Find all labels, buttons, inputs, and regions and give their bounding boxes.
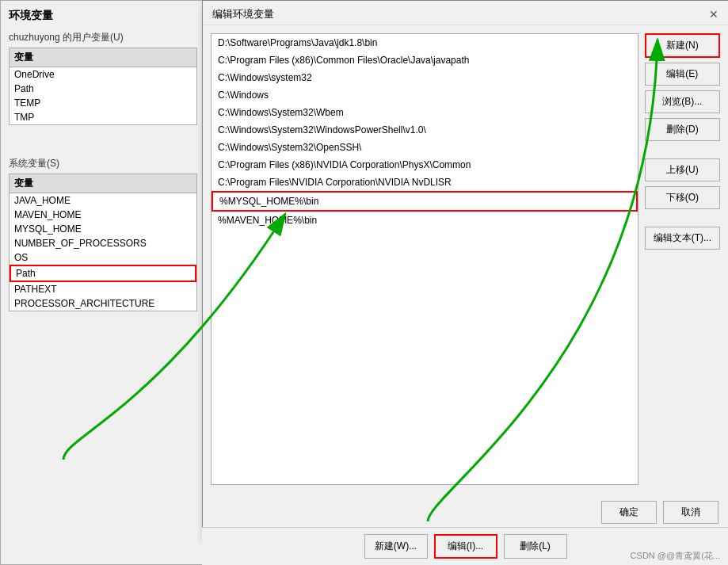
user-vars-header: 变量 [10, 48, 196, 67]
ok-button[interactable]: 确定 [601, 501, 657, 524]
dialog-titlebar: 编辑环境变量 ✕ [203, 1, 728, 25]
path-item-6[interactable]: C:\Windows\System32\OpenSSH\ [212, 139, 638, 156]
path-item-7[interactable]: C:\Program Files (x86)\NVIDIA Corporatio… [212, 156, 638, 174]
cancel-button[interactable]: 取消 [663, 501, 718, 524]
user-var-temp[interactable]: TEMP [10, 96, 196, 110]
sys-var-maven-home[interactable]: MAVEN_HOME [10, 208, 196, 222]
path-item-mysql[interactable]: %MYSQL_HOME%\bin [212, 191, 638, 212]
move-down-button[interactable]: 下移(O) [645, 186, 720, 209]
dialog-content: D:\Software\Programs\Java\jdk1.8\bin C:\… [203, 25, 728, 493]
dialog-bottom-buttons: 确定 取消 [203, 494, 728, 530]
path-item-8[interactable]: C:\Program Files\NVIDIA Corporation\NVID… [212, 174, 638, 191]
sys-var-os[interactable]: OS [10, 250, 196, 265]
delete-env-button[interactable]: 删除(L) [504, 534, 567, 559]
path-item-5[interactable]: C:\Windows\System32\WindowsPowerShell\v1… [212, 121, 638, 139]
edit-button[interactable]: 编辑(E) [645, 63, 720, 86]
dialog-title: 编辑环境变量 [212, 7, 274, 21]
user-var-tmp[interactable]: TMP [10, 110, 196, 124]
env-panel: 环境变量 chuzhuyong 的用户变量(U) 变量 OneDrive Pat… [0, 0, 206, 565]
sys-vars-label: 系统变量(S) [9, 157, 197, 170]
user-vars-label: chuzhuyong 的用户变量(U) [9, 31, 197, 44]
sys-vars-table: 变量 JAVA_HOME MAVEN_HOME MYSQL_HOME NUMBE… [9, 174, 197, 311]
sys-vars-section: 系统变量(S) 变量 JAVA_HOME MAVEN_HOME MYSQL_HO… [9, 157, 197, 311]
path-item-0[interactable]: D:\Software\Programs\Java\jdk1.8\bin [212, 34, 638, 52]
path-item-maven[interactable]: %MAVEN_HOME%\bin [212, 212, 638, 229]
path-item-2[interactable]: C:\Windows\system32 [212, 69, 638, 86]
user-vars-section: chuzhuyong 的用户变量(U) 变量 OneDrive Path TEM… [9, 31, 197, 125]
sys-var-pathext[interactable]: PATHEXT [10, 282, 196, 296]
delete-button[interactable]: 删除(D) [645, 118, 720, 141]
dialog-action-buttons: 新建(N) 编辑(E) 浏览(B)... 删除(D) 上移(U) 下移(O) 编… [645, 33, 720, 485]
sys-var-num-processors[interactable]: NUMBER_OF_PROCESSORS [10, 236, 196, 250]
close-icon[interactable]: ✕ [709, 8, 718, 21]
path-list[interactable]: D:\Software\Programs\Java\jdk1.8\bin C:\… [211, 33, 638, 485]
sys-var-proc-arch[interactable]: PROCESSOR_ARCHITECTURE [10, 296, 196, 311]
sys-var-mysql-home[interactable]: MYSQL_HOME [10, 222, 196, 236]
watermark: CSDN @@青鸢翼(花... [631, 550, 720, 562]
new-env-button[interactable]: 新建(W)... [364, 534, 428, 559]
path-item-3[interactable]: C:\Windows [212, 86, 638, 104]
edit-env-button[interactable]: 编辑(I)... [434, 534, 497, 559]
edit-dialog: 编辑环境变量 ✕ D:\Software\Programs\Java\jdk1.… [202, 0, 728, 539]
path-item-1[interactable]: C:\Program Files (x86)\Common Files\Orac… [212, 52, 638, 69]
move-up-button[interactable]: 上移(U) [645, 158, 720, 181]
sys-var-java-home[interactable]: JAVA_HOME [10, 193, 196, 208]
browse-button[interactable]: 浏览(B)... [645, 90, 720, 113]
path-item-4[interactable]: C:\Windows\System32\Wbem [212, 104, 638, 121]
new-button[interactable]: 新建(N) [645, 33, 720, 58]
user-vars-table: 变量 OneDrive Path TEMP TMP [9, 48, 197, 125]
sys-vars-header: 变量 [10, 174, 196, 193]
sys-var-path[interactable]: Path [10, 265, 196, 282]
env-panel-title: 环境变量 [9, 9, 197, 23]
user-var-path[interactable]: Path [10, 82, 196, 96]
user-var-onedrive[interactable]: OneDrive [10, 67, 196, 82]
edit-text-button[interactable]: 编辑文本(T)... [645, 227, 720, 250]
